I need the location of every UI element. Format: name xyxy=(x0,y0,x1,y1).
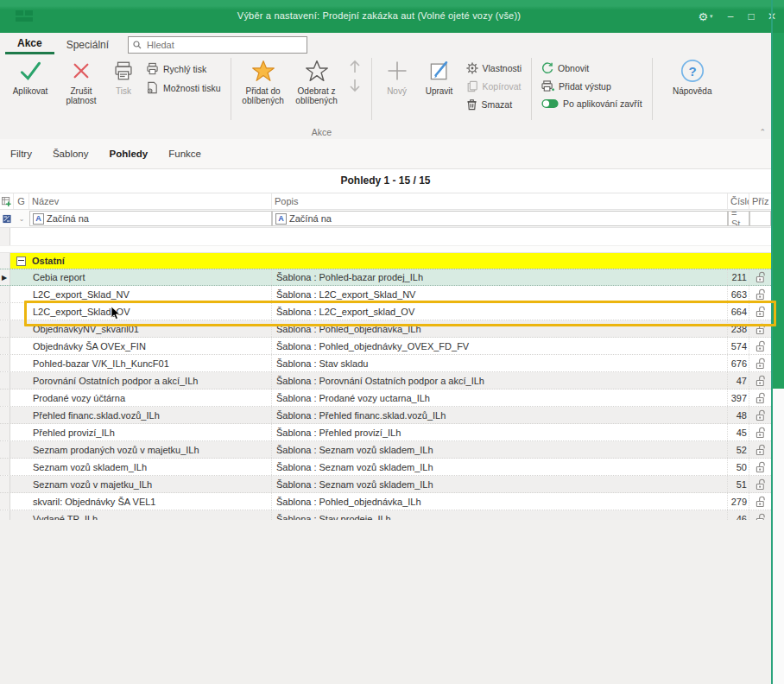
tab-specialni[interactable]: Speciální xyxy=(54,33,121,54)
tab-funkce[interactable]: Funkce xyxy=(168,149,201,159)
row-margin xyxy=(0,459,10,475)
column-header-popis[interactable]: Popis xyxy=(272,193,728,209)
row-margin xyxy=(0,372,10,389)
row-popis: Šablona : Prodané vozy uctarna_ILh xyxy=(272,390,728,406)
ribbon: Akce Speciální Aplikovat Zrušit platnost… xyxy=(0,33,771,140)
print-button[interactable]: Tisk xyxy=(105,55,142,96)
minimize-button[interactable]: – xyxy=(720,0,741,33)
row-cislo: 51 xyxy=(728,476,749,492)
row-cislo: 211 xyxy=(728,269,749,285)
reorder-stack xyxy=(348,55,362,93)
table-row[interactable]: Objednávky ŠA OVEx_FINŠablona : Pohled_o… xyxy=(0,338,771,355)
ribbon-group-label: Akce xyxy=(0,127,643,137)
column-header-priz[interactable]: Příz xyxy=(749,193,771,209)
column-chooser-icon[interactable] xyxy=(0,193,14,209)
unlock-icon xyxy=(749,407,771,423)
table-row[interactable]: Přehled financ.sklad.vozů_ILhŠablona : P… xyxy=(0,407,771,424)
filter-type-icon: A xyxy=(275,213,287,225)
unlock-icon xyxy=(749,286,771,302)
grid-customize-icon[interactable] xyxy=(0,211,14,226)
refresh-icon xyxy=(541,62,553,74)
filter-priz-input[interactable] xyxy=(749,211,771,226)
row-margin xyxy=(0,303,10,320)
move-up-icon[interactable] xyxy=(348,59,362,74)
row-nazev: ObjednávkyNV_skvaril01 xyxy=(10,320,272,337)
table-row[interactable]: Porovnání Ostatních podpor a akcí_ILhŠab… xyxy=(0,372,771,390)
table-row[interactable]: skvaril: Objednávky ŠA VEL1Šablona : Poh… xyxy=(0,493,771,510)
row-popis: Šablona : Pohled_objednávka_ILh xyxy=(272,320,728,337)
window-controls: ⚙▾ – □ ✕ xyxy=(691,0,782,33)
column-header-nazev[interactable]: Název xyxy=(29,193,272,209)
row-cislo: 50 xyxy=(728,459,749,475)
row-popis: Šablona : Seznam vozů skladem_ILh xyxy=(272,459,728,475)
close-after-apply-toggle[interactable]: Po aplikování zavřít xyxy=(541,98,642,109)
invalidate-button[interactable]: Zrušit platnost xyxy=(57,55,105,105)
table-row[interactable]: Pohled-bazar V/K_ILh_KuncF01Šablona : St… xyxy=(0,355,771,372)
star-filled-icon xyxy=(251,58,275,84)
tab-filtry[interactable]: Filtry xyxy=(10,149,32,159)
copy-button[interactable]: Kopírovat xyxy=(466,80,522,92)
row-nazev: Cebia report xyxy=(10,269,272,285)
quick-print-button[interactable]: Rychlý tisk xyxy=(146,62,221,75)
print-settings-button[interactable]: Možnosti tisku xyxy=(146,81,221,94)
settings-gear-button[interactable]: ⚙▾ xyxy=(691,0,720,33)
maximize-button[interactable]: □ xyxy=(741,0,762,33)
table-row[interactable]: Prodané vozy účtárnaŠablona : Prodané vo… xyxy=(0,390,771,407)
collapse-minus-icon[interactable] xyxy=(16,256,26,266)
unlock-icon xyxy=(749,441,771,458)
unlock-icon xyxy=(749,355,771,371)
row-cislo: 676 xyxy=(728,355,749,371)
filter-cislo-input[interactable]: = St... xyxy=(728,211,749,226)
unlock-icon xyxy=(749,372,771,389)
toggle-on-icon xyxy=(541,98,559,109)
move-down-icon[interactable] xyxy=(348,78,362,93)
quick-print-icon xyxy=(146,62,159,75)
new-button[interactable]: Nový xyxy=(377,55,417,96)
table-row[interactable]: Přehled provizí_ILhŠablona : Přehled pro… xyxy=(0,424,771,441)
row-popis: Šablona : Přehled provizí_ILh xyxy=(272,424,728,440)
help-button[interactable]: ? Nápověda xyxy=(663,55,722,96)
group-row-ostatni[interactable]: Ostatní xyxy=(0,253,771,269)
row-popis: Šablona : Stav skladu xyxy=(272,355,728,371)
add-favorite-button[interactable]: Přidat do oblíbených xyxy=(237,55,290,105)
row-nazev: Seznam vozů v majetku_ILh xyxy=(10,476,272,492)
row-nazev: Přehled financ.sklad.vozů_ILh xyxy=(10,407,272,423)
table-header: G Název Popis Číslo Příz xyxy=(0,193,771,210)
delete-button[interactable]: Smazat xyxy=(466,98,522,111)
table-title: Pohledy 1 - 15 / 15 xyxy=(0,169,771,193)
column-header-cislo[interactable]: Číslo xyxy=(728,193,749,209)
question-mark-icon: ? xyxy=(680,58,705,84)
tab-akce[interactable]: Akce xyxy=(5,33,54,54)
filter-popis-input[interactable]: A Začíná na xyxy=(272,211,728,226)
checkmark-icon xyxy=(18,58,42,84)
row-cislo: 45 xyxy=(728,424,749,440)
filter-nazev-input[interactable]: A Začíná na xyxy=(29,211,272,226)
refresh-button[interactable]: Obnovit xyxy=(541,62,642,74)
table-row[interactable]: Seznam prodaných vozů v majetku_ILhŠablo… xyxy=(0,441,771,459)
table-row[interactable]: ObjednávkyNV_skvaril01Šablona : Pohled_o… xyxy=(0,320,771,338)
printer-icon xyxy=(112,58,135,84)
filter-g-dropdown[interactable]: ⌄ xyxy=(14,211,29,226)
chevron-down-icon: ▾ xyxy=(710,13,713,20)
row-popis: Šablona : Pohled-bazar prodej_ILh xyxy=(272,269,728,285)
search-input[interactable] xyxy=(145,39,287,51)
search-box[interactable] xyxy=(128,36,307,54)
edit-button[interactable]: Upravit xyxy=(417,55,462,96)
table-row[interactable]: L2C_export_Sklad_NVŠablona : L2C_export_… xyxy=(0,286,771,303)
table-row[interactable]: ▶Cebia reportŠablona : Pohled-bazar prod… xyxy=(0,269,771,286)
properties-button[interactable]: Vlastnosti xyxy=(466,62,522,74)
add-output-button[interactable]: Přidat výstup xyxy=(541,80,642,92)
table-row[interactable]: Seznam vozů skladem_ILhŠablona : Seznam … xyxy=(0,459,771,476)
unlock-icon xyxy=(749,476,771,492)
row-nazev: Seznam vozů skladem_ILh xyxy=(10,459,272,475)
remove-favorite-button[interactable]: Odebrat z oblíbených xyxy=(290,55,344,105)
tab-sablony[interactable]: Šablony xyxy=(53,149,89,159)
table-row[interactable]: L2C_export_Sklad_OVŠablona : L2C_export_… xyxy=(0,303,771,320)
tab-pohledy[interactable]: Pohledy xyxy=(109,149,148,159)
column-header-g[interactable]: G xyxy=(14,193,29,209)
row-nazev: Porovnání Ostatních podpor a akcí_ILh xyxy=(10,372,272,389)
ribbon-collapse-icon[interactable]: ⌃ xyxy=(759,128,766,136)
table-row[interactable]: Seznam vozů v majetku_ILhŠablona : Sezna… xyxy=(0,476,771,493)
row-cislo: 238 xyxy=(728,320,749,337)
apply-button[interactable]: Aplikovat xyxy=(3,55,57,96)
